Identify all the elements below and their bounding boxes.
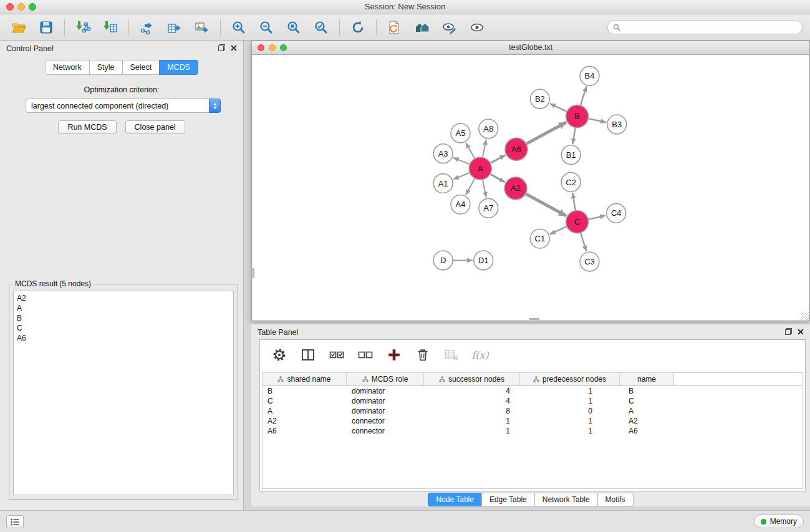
close-panel-icon[interactable] xyxy=(798,328,804,337)
graph-edge-A-A7[interactable] xyxy=(483,180,486,198)
graph-edge-A-A5[interactable] xyxy=(466,143,475,158)
horizontal-scroll-thumb[interactable] xyxy=(529,318,539,320)
criterion-dropdown[interactable]: largest connected component (directed) xyxy=(26,99,221,113)
tab-network-table[interactable]: Network Table xyxy=(534,493,598,506)
mcds-result-item[interactable]: A6 xyxy=(17,333,230,343)
graph-edge-A6-B[interactable] xyxy=(527,122,566,143)
tab-node-table[interactable]: Node Table xyxy=(428,493,482,506)
save-session-icon[interactable] xyxy=(35,18,57,37)
column-header-shared-name[interactable]: shared name xyxy=(263,373,347,385)
toolbar-separator xyxy=(64,19,65,36)
graph-edge-C-C1[interactable] xyxy=(550,227,567,235)
tab-select[interactable]: Select xyxy=(122,60,160,75)
column-header-successor-nodes[interactable]: successor nodes xyxy=(424,373,520,385)
show-panels-button[interactable] xyxy=(6,515,24,528)
graph-node-label: A4 xyxy=(456,200,466,209)
memory-button[interactable]: Memory xyxy=(754,515,804,528)
graph-node-label: B3 xyxy=(612,120,622,129)
column-header-predecessor-nodes[interactable]: predecessor nodes xyxy=(520,373,620,385)
mcds-result-item[interactable]: B xyxy=(17,313,230,323)
zoom-fit-icon[interactable] xyxy=(282,18,305,37)
table-row[interactable]: C dominator 4 1 C xyxy=(263,396,803,406)
graph-edge-A-A3[interactable] xyxy=(453,158,470,164)
control-panel-header: Control Panel xyxy=(0,41,243,57)
mcds-result-list[interactable]: A2 A B C A6 xyxy=(13,291,234,495)
column-label: shared name xyxy=(287,375,330,384)
close-panel-button[interactable]: Close panel xyxy=(125,120,185,134)
delete-rows-icon[interactable] xyxy=(415,347,431,363)
graph-node-label: A5 xyxy=(456,128,466,138)
search-box[interactable] xyxy=(607,20,803,34)
graph-edge-A-A4[interactable] xyxy=(466,179,475,195)
import-table-icon[interactable] xyxy=(99,18,122,37)
tab-motifs[interactable]: Motifs xyxy=(597,493,634,506)
graph-edge-A-A1[interactable] xyxy=(453,173,470,179)
graph-edge-A-A8[interactable] xyxy=(483,139,486,157)
show-graphics-details-icon[interactable] xyxy=(438,18,461,37)
column-visibility-icon[interactable] xyxy=(300,347,316,363)
float-panel-icon[interactable] xyxy=(218,44,225,53)
graph-edge-A2-C[interactable] xyxy=(526,194,566,216)
network-canvas[interactable]: B4B2BB3A8A5A6A3B1AC2A1A2A4A7C4CC1DD1C3 xyxy=(253,55,809,320)
graph-edge-B-B3[interactable] xyxy=(589,118,606,122)
column-header-mcds-role[interactable]: MCDS role xyxy=(347,373,424,385)
vertical-scroll-thumb[interactable] xyxy=(253,268,254,278)
open-folder-icon[interactable] xyxy=(7,18,30,37)
mcds-result-item[interactable]: A xyxy=(17,303,230,313)
cell-name: B xyxy=(620,387,674,395)
export-image-icon[interactable] xyxy=(191,18,213,37)
network-graph[interactable]: B4B2BB3A8A5A6A3B1AC2A1A2A4A7C4CC1DD1C3 xyxy=(253,55,809,320)
deselect-all-rows-icon[interactable] xyxy=(357,347,374,363)
run-mcds-button[interactable]: Run MCDS xyxy=(58,120,116,134)
add-row-icon[interactable] xyxy=(386,347,402,363)
cell-shared-name: A6 xyxy=(263,427,347,435)
zoom-selected-icon[interactable] xyxy=(310,18,332,37)
column-header-name[interactable]: name xyxy=(620,373,674,385)
graph-node-label: A8 xyxy=(483,124,493,133)
import-network-icon[interactable] xyxy=(72,18,94,37)
table-panel-content: f(x) shared name MCDS role successor nod… xyxy=(259,339,806,491)
table-row[interactable]: A dominator 8 0 A xyxy=(263,406,803,416)
graph-node-label: B4 xyxy=(585,71,595,80)
cell-predecessor-nodes: 1 xyxy=(520,417,620,425)
export-network-icon[interactable] xyxy=(136,18,158,37)
close-panel-icon[interactable] xyxy=(231,44,237,53)
table-row[interactable]: A2 connector 1 1 A2 xyxy=(263,416,803,426)
open-session-file-icon[interactable] xyxy=(383,18,406,37)
zoom-out-icon[interactable] xyxy=(255,18,277,37)
graph-edge-A-A6[interactable] xyxy=(491,155,505,163)
cell-successor-nodes: 4 xyxy=(424,397,520,405)
tab-mcds[interactable]: MCDS xyxy=(159,60,198,75)
refresh-view-icon[interactable] xyxy=(347,18,369,37)
mcds-result-item[interactable]: A2 xyxy=(17,293,230,303)
graph-edge-B-B2[interactable] xyxy=(550,104,567,112)
graph-node-label: B1 xyxy=(566,150,576,160)
graph-edge-C-C2[interactable] xyxy=(572,193,575,210)
app-titlebar[interactable]: Session: New Session xyxy=(0,0,810,14)
tab-style[interactable]: Style xyxy=(89,60,123,75)
graph-edge-B-B4[interactable] xyxy=(581,86,586,105)
graph-edge-C-C4[interactable] xyxy=(589,216,605,220)
delete-table-icon xyxy=(443,347,460,363)
select-all-rows-icon[interactable] xyxy=(329,347,345,363)
tab-edge-table[interactable]: Edge Table xyxy=(481,493,535,506)
zoom-in-icon[interactable] xyxy=(228,18,250,37)
graph-edge-B-B1[interactable] xyxy=(572,128,575,144)
graph-edge-A-A2[interactable] xyxy=(491,174,505,182)
tab-network[interactable]: Network xyxy=(45,60,90,75)
mcds-result-item[interactable]: C xyxy=(17,323,230,333)
show-hide-view-icon[interactable] xyxy=(466,18,488,37)
home-views-icon[interactable] xyxy=(411,18,433,37)
export-table-icon[interactable] xyxy=(163,18,186,37)
column-label: predecessor nodes xyxy=(542,375,606,384)
settings-gear-icon[interactable] xyxy=(271,347,287,363)
table-row[interactable]: A6 connector 1 1 A6 xyxy=(263,426,803,436)
graph-edge-C-C3[interactable] xyxy=(581,233,586,251)
float-panel-icon[interactable] xyxy=(785,328,792,337)
resize-grip-icon[interactable] xyxy=(801,312,809,320)
table-row[interactable]: B dominator 4 1 B xyxy=(263,386,803,396)
mcds-result-box: MCDS result (5 nodes) A2 A B C A6 xyxy=(9,284,238,500)
network-window-titlebar[interactable]: testGlobe.txt xyxy=(252,41,809,55)
cell-name: C xyxy=(620,397,674,405)
search-input[interactable] xyxy=(624,22,797,32)
